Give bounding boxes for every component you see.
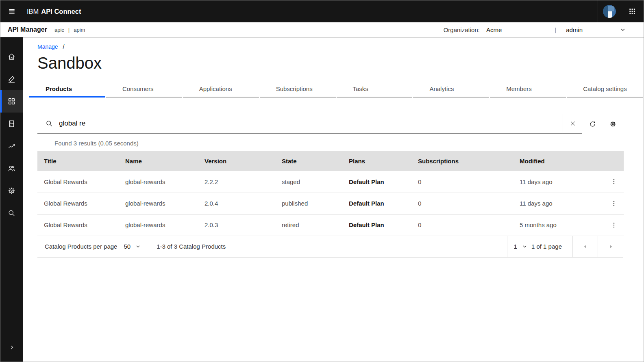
cell-plans: Default Plan — [342, 214, 411, 236]
cell-title: Global Rewards — [37, 214, 119, 236]
catalog-icon — [7, 119, 16, 128]
sidebar-item-catalog[interactable] — [0, 113, 23, 135]
page-title: Sandbox — [37, 54, 644, 72]
analytics-icon — [7, 142, 16, 150]
cell-name: global-rewards — [119, 214, 198, 236]
refresh-icon — [589, 120, 596, 128]
per-page-label: Catalog Products per page — [45, 243, 117, 250]
next-page-button[interactable] — [598, 236, 623, 257]
user-avatar-button[interactable] — [598, 0, 621, 22]
tab-applications[interactable]: Applications — [183, 81, 259, 98]
clear-search-button[interactable] — [563, 114, 582, 134]
cell-modified: 5 months ago — [513, 214, 604, 236]
table-row[interactable]: Global Rewards global-rewards 2.0.3 reti… — [37, 214, 624, 236]
chevron-down-icon — [522, 244, 527, 249]
tab-tasks[interactable]: Tasks — [337, 81, 413, 98]
brand-prefix: IBM — [27, 8, 39, 15]
per-page-area: Catalog Products per page 50 1-3 of 3 Ca… — [37, 236, 226, 257]
tab-consumers[interactable]: Consumers — [106, 81, 182, 98]
row-overflow-menu-button[interactable] — [607, 175, 620, 188]
organization-value[interactable]: Acme — [486, 26, 502, 33]
pagination-bar: Catalog Products per page 50 1-3 of 3 Ca… — [37, 236, 623, 258]
hamburger-menu-icon — [8, 7, 16, 15]
cell-modified: 11 days ago — [513, 193, 604, 214]
refresh-button[interactable] — [582, 114, 603, 134]
settings-icon — [7, 186, 16, 195]
cell-plans: Default Plan — [342, 171, 411, 193]
sidebar-item-edit[interactable] — [0, 68, 23, 90]
column-header-title: Title — [37, 151, 119, 171]
user-menu-button[interactable]: admin — [566, 26, 626, 33]
people-icon — [7, 164, 16, 173]
sidebar-item-manage[interactable] — [0, 90, 23, 113]
environment-labels: apic | apim — [54, 27, 85, 33]
row-overflow-menu-button[interactable] — [607, 197, 620, 210]
env-apim: apim — [74, 27, 85, 33]
table-header-row: Title Name Version State Plans Subscript… — [37, 151, 624, 171]
kebab-menu-icon — [610, 221, 618, 229]
column-header-state: State — [275, 151, 342, 171]
breadcrumb-manage-link[interactable]: Manage — [37, 43, 58, 50]
cell-version: 2.0.4 — [198, 193, 275, 214]
cell-plans: Default Plan — [342, 193, 411, 214]
cell-title: Global Rewards — [37, 171, 119, 193]
table-row[interactable]: Global Rewards global-rewards 2.0.4 publ… — [37, 193, 624, 214]
cell-name: global-rewards — [119, 193, 198, 214]
tab-products[interactable]: Products — [29, 81, 105, 98]
tab-subscriptions[interactable]: Subscriptions — [260, 81, 336, 98]
page-count-text: 1 of 1 page — [531, 236, 572, 257]
table-row[interactable]: Global Rewards global-rewards 2.2.2 stag… — [37, 171, 624, 193]
per-page-value: 50 — [124, 243, 131, 250]
column-header-name: Name — [119, 151, 198, 171]
cell-name: global-rewards — [119, 171, 198, 193]
tab-catalog-settings[interactable]: Catalog settings — [567, 81, 643, 98]
env-divider: | — [68, 27, 70, 33]
column-header-version: Version — [198, 151, 275, 171]
page-number-select[interactable]: 1 — [507, 236, 531, 257]
sidebar-item-home[interactable] — [0, 46, 23, 68]
sub-header-bar: API Manager apic | apim Organization: Ac… — [0, 22, 644, 37]
app-switcher-button[interactable] — [621, 0, 644, 22]
tab-members[interactable]: Members — [490, 81, 566, 98]
table-toolbar — [37, 114, 623, 134]
sidebar-item-community[interactable] — [0, 157, 23, 180]
sidebar-expand-button[interactable] — [0, 336, 23, 358]
search-input[interactable] — [59, 114, 563, 133]
cell-title: Global Rewards — [37, 193, 119, 214]
gear-icon — [609, 120, 617, 128]
caret-right-icon — [607, 243, 614, 250]
organization-label: Organization: — [444, 26, 480, 33]
home-icon — [7, 52, 16, 61]
sidebar-item-analytics[interactable] — [0, 135, 23, 157]
search-icon — [7, 209, 16, 217]
search-results-summary: Found 3 results (0.05 seconds) — [54, 140, 623, 147]
chevron-down-icon — [620, 27, 626, 33]
chevron-right-icon — [8, 344, 15, 351]
sidebar-item-search[interactable] — [0, 202, 23, 224]
org-user-divider: | — [555, 26, 556, 33]
column-header-plans: Plans — [342, 151, 411, 171]
table-settings-button[interactable] — [603, 114, 623, 134]
catalog-tabs: Products Consumers Applications Subscrip… — [29, 81, 644, 98]
breadcrumb-separator: / — [63, 43, 64, 50]
body-row: Manage / Sandbox Products Consumers Appl… — [0, 37, 644, 362]
product-brand: IBM API Connect — [27, 0, 81, 22]
close-icon — [569, 120, 577, 127]
tab-analytics[interactable]: Analytics — [413, 81, 489, 98]
page-number-value: 1 — [514, 243, 517, 250]
cell-modified: 11 days ago — [513, 171, 604, 193]
search-icon — [37, 119, 59, 128]
page-nav-area: 1 1 of 1 page — [507, 236, 623, 257]
app-title: API Manager — [8, 26, 47, 33]
main-content: Manage / Sandbox Products Consumers Appl… — [23, 37, 644, 362]
cell-subscriptions: 0 — [411, 214, 513, 236]
grid-icon — [7, 97, 16, 106]
app-switcher-icon — [628, 7, 636, 15]
previous-page-button[interactable] — [572, 236, 598, 257]
cell-state: published — [275, 193, 342, 214]
per-page-select[interactable]: 50 — [124, 243, 141, 250]
sidebar-item-settings[interactable] — [0, 180, 23, 202]
cell-subscriptions: 0 — [411, 171, 513, 193]
row-overflow-menu-button[interactable] — [607, 219, 620, 232]
hamburger-menu-button[interactable] — [0, 0, 23, 22]
